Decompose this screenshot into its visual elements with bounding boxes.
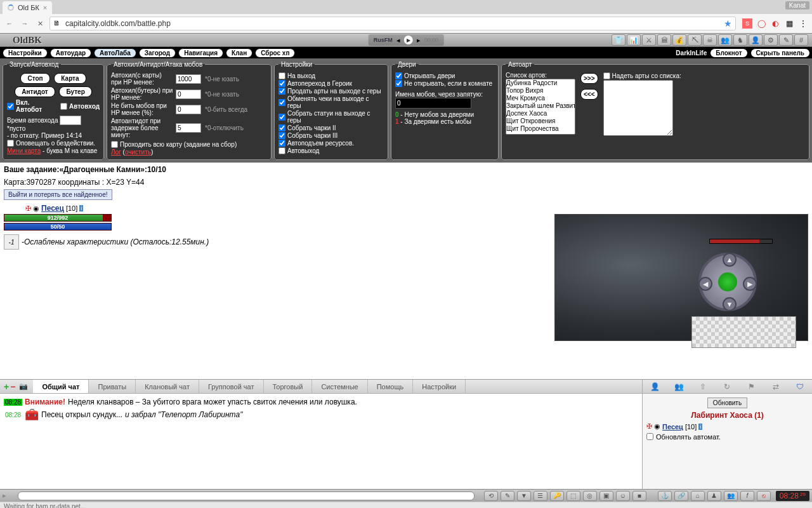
log-link[interactable]: Лог <box>111 149 121 156</box>
map-button[interactable]: Карта <box>54 73 86 84</box>
chat-tab[interactable]: Помощь <box>368 380 414 393</box>
banner-icon[interactable]: ⛏ <box>688 34 702 46</box>
setting-checkbox[interactable] <box>278 114 285 121</box>
menu-icon[interactable]: ⋮ <box>798 18 808 29</box>
back-icon[interactable]: ← <box>4 18 15 29</box>
toolbar-icon[interactable]: ▼ <box>517 491 531 501</box>
toolbar-icon[interactable]: 🔗 <box>674 491 688 501</box>
side-tool-icon[interactable]: ⇧ <box>697 382 709 392</box>
chat-input[interactable] <box>18 491 475 500</box>
toolbar-icon[interactable]: ⚓ <box>658 491 672 501</box>
banner-icon[interactable]: ✎ <box>779 34 793 46</box>
autoentry-checkbox[interactable] <box>60 103 67 110</box>
open-doors-checkbox[interactable] <box>395 72 402 79</box>
ext-icon[interactable]: ◯ <box>756 18 766 29</box>
side-tool-icon[interactable]: 👥 <box>673 382 684 392</box>
exit-icon[interactable]: ⎋ <box>757 491 771 501</box>
banner-icon[interactable]: 👕 <box>612 34 625 46</box>
setting-checkbox[interactable] <box>278 132 285 139</box>
minus-icon[interactable]: − <box>10 382 15 392</box>
banner-icon[interactable]: ☠ <box>703 34 717 46</box>
chat-tab[interactable]: Клановый чат <box>136 380 199 393</box>
chat-tab[interactable]: Системные <box>312 380 367 393</box>
toolbar-icon[interactable]: ♟ <box>707 491 721 501</box>
autoheal-buter-input[interactable] <box>176 90 201 99</box>
noopen-inroom-checkbox[interactable] <box>395 80 402 87</box>
toolbar-icon[interactable]: ☺ <box>616 491 630 501</box>
toolbar-icon[interactable]: ⬚ <box>566 491 580 501</box>
close-icon[interactable]: × <box>43 4 47 11</box>
autoentry-time-input[interactable] <box>60 116 81 125</box>
toolbar-icon[interactable]: 🔑 <box>550 491 564 501</box>
setting-checkbox[interactable] <box>278 80 285 87</box>
url-input[interactable] <box>49 17 736 30</box>
side-tool-icon[interactable]: ⇄ <box>770 382 782 392</box>
banner-icon[interactable]: 🏛 <box>657 34 671 46</box>
nav-navigation[interactable]: Навигация <box>178 48 223 58</box>
toolbar-icon[interactable]: ✎ <box>501 491 514 501</box>
forward-icon[interactable]: → <box>19 18 30 29</box>
minimap[interactable] <box>691 316 796 348</box>
compass-west[interactable]: ◀ <box>698 277 712 291</box>
player-name[interactable]: Песец <box>662 423 683 431</box>
stop-button[interactable]: Стоп <box>20 73 49 84</box>
minimap-link[interactable]: Мини карта <box>7 147 41 154</box>
setting-checkbox[interactable] <box>278 72 285 79</box>
nav-clan[interactable]: Клан <box>226 48 252 58</box>
banner-icon[interactable]: # <box>794 34 808 46</box>
mobs-input[interactable] <box>395 98 471 109</box>
next-icon[interactable]: ▸ <box>417 36 421 44</box>
chat-tab[interactable]: Групповой чат <box>199 380 264 393</box>
clear-log-link[interactable]: очистить <box>125 149 151 156</box>
auto-refresh-checkbox[interactable] <box>646 433 653 440</box>
side-tool-icon[interactable]: 👤 <box>649 382 660 392</box>
banner-icon[interactable]: 👥 <box>718 34 732 46</box>
nav-zagorod[interactable]: Загород <box>139 48 176 58</box>
side-tool-icon[interactable]: 🛡 <box>794 382 806 392</box>
reload-stop-icon[interactable]: ✕ <box>34 18 46 29</box>
info-icon[interactable]: i <box>698 424 702 430</box>
notepad-button[interactable]: Блокнот <box>710 49 747 57</box>
move-left-button[interactable]: <<< <box>580 89 598 100</box>
compass-south[interactable]: ▼ <box>723 297 737 311</box>
ext-icon[interactable]: ▦ <box>784 18 794 29</box>
setting-checkbox[interactable] <box>278 147 285 154</box>
banner-icon[interactable]: ♞ <box>733 34 747 46</box>
toolbar-icon[interactable]: ☰ <box>534 491 547 501</box>
hide-panel-button[interactable]: Скрыть панель <box>751 49 809 57</box>
move-right-button[interactable]: >>> <box>580 73 598 84</box>
antidote-button[interactable]: Антидот <box>15 86 55 97</box>
ext-icon[interactable]: S <box>742 18 752 29</box>
toolbar-icon[interactable]: f <box>740 491 754 501</box>
setting-checkbox[interactable] <box>278 124 285 131</box>
toolbar-icon[interactable]: ■ <box>632 491 646 501</box>
nav-settings[interactable]: Настройки <box>3 48 48 58</box>
autoantidote-input[interactable] <box>176 123 201 133</box>
setting-checkbox[interactable] <box>278 99 285 106</box>
banner-icon[interactable]: ⚙ <box>764 34 778 46</box>
banner-icon[interactable]: 📊 <box>627 34 641 46</box>
toolbar-icon[interactable]: ⌂ <box>691 491 705 501</box>
chat-tab[interactable]: Торговый <box>264 380 313 393</box>
autoheal-map-input[interactable] <box>176 74 201 84</box>
wear-arts-checkbox[interactable] <box>603 72 610 79</box>
setting-checkbox[interactable] <box>278 140 285 147</box>
chat-settings-icon[interactable]: 📷 <box>19 382 28 391</box>
bookmark-star-icon[interactable]: ★ <box>724 18 732 29</box>
toolbar-icon[interactable]: ⟲ <box>484 491 498 501</box>
browser-tab[interactable]: Old БК × <box>3 1 52 14</box>
prev-icon[interactable]: ◂ <box>396 36 400 44</box>
banner-icon[interactable]: 💰 <box>672 34 686 46</box>
exit-button[interactable]: Выйти и потерять все найденное! <box>4 189 112 200</box>
play-icon[interactable]: ▶ <box>404 36 413 44</box>
toolbar-icon[interactable]: ▣ <box>599 491 613 501</box>
compass-north[interactable]: ▲ <box>723 253 737 267</box>
side-tool-icon[interactable]: ⚑ <box>746 382 757 392</box>
wear-arts-textarea[interactable] <box>603 80 673 136</box>
radio-player[interactable]: RusFM ◂ ▶ ▸ 00:00 <box>369 34 444 46</box>
refresh-button[interactable]: Обновить <box>707 398 747 408</box>
banner-icon[interactable]: 👤 <box>749 34 763 46</box>
arts-list[interactable]: Дубинка РадостиТопор ВихряМеч КромусаЗак… <box>506 79 575 135</box>
plus-icon[interactable]: + <box>4 382 9 392</box>
nav-autohit[interactable]: Автоудар <box>50 48 91 58</box>
